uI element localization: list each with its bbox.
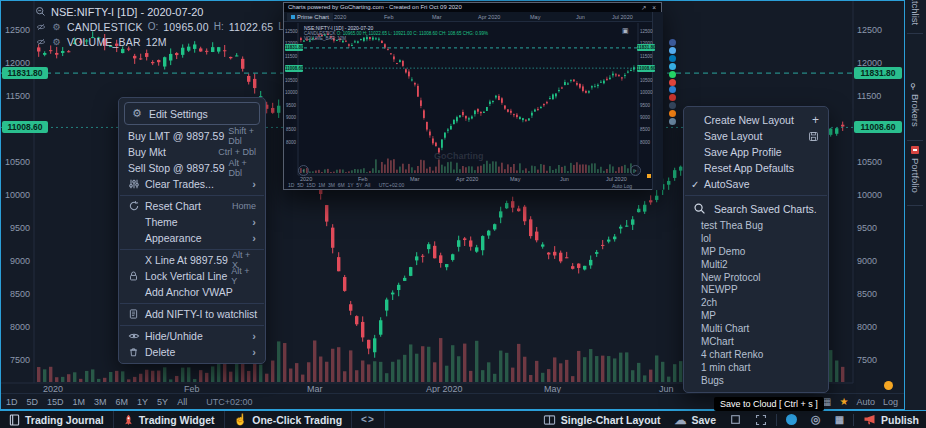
timeframe-1y[interactable]: 1Y xyxy=(137,397,148,407)
bottombar-single-chart-layout[interactable]: Single-Chart Layout xyxy=(536,411,668,428)
price-tick: 9500 xyxy=(1,223,30,233)
saved-chart-item[interactable]: MP xyxy=(684,309,828,322)
bottombar-grid[interactable]: ▦ xyxy=(828,411,851,428)
share-icon[interactable] xyxy=(669,79,676,86)
bottombar-label: Trading Widget xyxy=(139,414,215,426)
layout-menu-item[interactable]: Save App Profile xyxy=(684,144,828,160)
popup-side-strip xyxy=(652,12,663,190)
volume-series-name: VOLUME_BAR xyxy=(67,36,141,48)
context-menu-item[interactable]: ⚙Edit Settings xyxy=(124,102,260,125)
bottombar-trading-journal[interactable]: Trading Journal xyxy=(0,411,114,428)
copy-icon[interactable]: ▣ xyxy=(622,27,629,35)
share-icon[interactable] xyxy=(669,47,676,54)
pan-right-icon[interactable]: › xyxy=(630,165,641,176)
menu-item-label: Reset Chart xyxy=(145,200,228,212)
cloud-icon: ☁ xyxy=(674,413,686,427)
share-icon[interactable] xyxy=(669,71,676,78)
bottombar-save[interactable]: ☁Save xyxy=(667,411,723,428)
share-icon[interactable] xyxy=(669,118,676,125)
timeframe-1d[interactable]: 1D xyxy=(6,397,18,407)
share-icon[interactable] xyxy=(669,55,676,62)
menu-item-label: Create New Layout xyxy=(704,114,812,126)
log-scale-toggle[interactable]: Log xyxy=(883,397,898,407)
submenu-arrow-icon: › xyxy=(252,232,256,244)
popup-timeframe-toolbar: 1D 5D 15D 1M 3M 6M 1Y 5Y All UTC+02:00 xyxy=(288,182,404,188)
menu-item-label: Edit Settings xyxy=(149,108,252,120)
favorite-star-icon[interactable]: ★ xyxy=(839,396,848,407)
popup-time-tick: Jun xyxy=(576,14,585,20)
popup-time-tick: Jul 2020 xyxy=(612,14,633,20)
popup-time-tick: May xyxy=(530,14,540,20)
bottombar-dot-blue[interactable] xyxy=(779,411,804,428)
bottombar-publish[interactable]: Publish xyxy=(856,411,926,428)
hand-icon: ☝ xyxy=(234,413,248,426)
context-menu-item[interactable]: Appearance› xyxy=(119,230,265,246)
bottombar-trading-widget[interactable]: Trading Widget xyxy=(114,411,225,428)
tab-watchlist[interactable]: Watchlist xyxy=(910,0,921,25)
popup-time-tick: Feb xyxy=(384,14,393,20)
layout-menu-item[interactable]: Create New Layout+ xyxy=(684,112,828,128)
context-menu-item[interactable]: Add Anchor VWAP xyxy=(119,284,265,300)
menu-item-label: Buy Mkt xyxy=(128,146,214,158)
saved-chart-item[interactable]: MChart xyxy=(684,335,828,348)
popup-price-tag: 11831.80 xyxy=(285,44,303,51)
menu-item-label: Buy LMT @ 9897.59 xyxy=(128,130,224,142)
submenu-arrow-icon: › xyxy=(252,178,256,190)
saved-chart-item[interactable]: Multi Chart xyxy=(684,322,828,335)
plus-icon: + xyxy=(812,113,819,127)
saved-chart-item[interactable]: 2ch xyxy=(684,296,828,309)
share-icon[interactable] xyxy=(669,39,676,46)
share-icon[interactable] xyxy=(669,63,676,70)
gear-icon[interactable]: ⚙ xyxy=(51,21,62,32)
saved-chart-item[interactable]: NEWPP xyxy=(684,283,828,296)
saved-chart-item[interactable]: Bugs xyxy=(684,374,828,387)
square-icon xyxy=(730,414,741,425)
eye-off-icon[interactable] xyxy=(35,21,46,32)
reset-icon xyxy=(128,200,140,212)
context-menu-item[interactable]: Lock Vertical LineAlt + Y xyxy=(119,268,265,284)
saved-chart-item[interactable]: test Thea Bug xyxy=(684,219,828,232)
bottombar-target[interactable]: ◎ xyxy=(804,411,828,428)
timezone-label[interactable]: UTC+02:00 xyxy=(206,397,252,407)
context-menu-item[interactable]: Theme› xyxy=(119,214,265,230)
chart-preview-window[interactable]: Charts powered by GoCharting.com - Creat… xyxy=(283,2,662,190)
context-menu-item[interactable]: Sell Stop @ 9897.59Alt + Dbl xyxy=(119,160,265,176)
context-menu-item[interactable]: Hide/Unhide› xyxy=(119,328,265,344)
gear-icon[interactable]: ⚙ xyxy=(51,36,62,47)
saved-chart-item[interactable]: New Protocol xyxy=(684,271,828,284)
saved-chart-item[interactable]: lol xyxy=(684,232,828,245)
magnifier-minus-icon[interactable] xyxy=(35,6,46,17)
bottombar-expand[interactable] xyxy=(748,411,774,428)
timeframe-15d[interactable]: 15D xyxy=(47,397,64,407)
eye-off-icon[interactable] xyxy=(35,36,46,47)
context-menu-item[interactable]: Reset ChartHome xyxy=(119,198,265,214)
scroll-to-latest-bubble[interactable] xyxy=(884,381,893,390)
popup-price-tick: 10000 xyxy=(640,90,653,95)
layout-menu-item[interactable]: ✓AutoSave xyxy=(684,176,828,192)
timeframe-6m[interactable]: 6M xyxy=(116,397,129,407)
timeframe-1m[interactable]: 1M xyxy=(73,397,86,407)
bottombar-code[interactable]: <> xyxy=(352,411,385,428)
context-menu-item[interactable]: Buy LMT @ 9897.59Shift + Dbl xyxy=(119,128,265,144)
bottombar-one-click-trading[interactable]: ☝One-Click Trading xyxy=(225,411,353,428)
timeframe-5d[interactable]: 5D xyxy=(27,397,39,407)
tab-brokers[interactable]: Brokers xyxy=(910,94,921,127)
saved-chart-item[interactable]: Multi2 xyxy=(684,258,828,271)
layout-menu-item[interactable]: Save Layout xyxy=(684,128,828,144)
tab-portfolio[interactable]: Portfolio xyxy=(910,158,921,193)
saved-chart-item[interactable]: MP Demo xyxy=(684,245,828,258)
auto-scale-toggle[interactable]: Auto xyxy=(856,397,875,407)
timeframe-5y[interactable]: 5Y xyxy=(157,397,168,407)
context-menu-item[interactable]: Delete› xyxy=(119,344,265,360)
context-menu-item[interactable]: Clear Trades...› xyxy=(119,176,265,192)
pan-left-icon[interactable]: ‹ xyxy=(298,165,309,176)
saved-chart-item[interactable]: 4 chart Renko xyxy=(684,348,828,361)
timeframe-3m[interactable]: 3M xyxy=(94,397,107,407)
popup-time-tick: Apr 2020 xyxy=(478,14,500,20)
saved-chart-item[interactable]: 1 min chart xyxy=(684,361,828,374)
bottombar-square[interactable] xyxy=(723,411,748,428)
search-saved-charts[interactable]: Search Saved Charts. xyxy=(684,198,828,219)
timeframe-all[interactable]: All xyxy=(177,397,187,407)
context-menu-item[interactable]: Add NIFTY-I to watchlist xyxy=(119,306,265,322)
layout-menu-item[interactable]: Reset App Defaults xyxy=(684,160,828,176)
